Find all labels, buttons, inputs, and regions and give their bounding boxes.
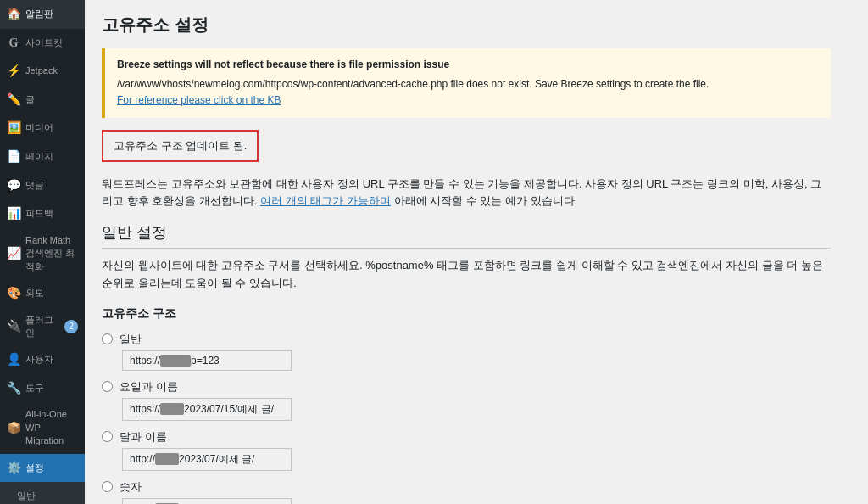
url-plain: https://p=123 [122, 350, 292, 371]
sidebar-item-settings[interactable]: ⚙️ 설정 [0, 454, 85, 483]
page-description: 워드프레스는 고유주소와 보관함에 대한 사용자 정의 URL 구조를 만들 수… [102, 176, 831, 211]
sidebar-item-users[interactable]: 👤 사용자 [0, 345, 85, 374]
appearance-icon: 🎨 [7, 285, 20, 302]
sidebar-item-pages[interactable]: 📄 페이지 [0, 143, 85, 171]
warning-title: Breeze settings will not reflect because… [117, 57, 819, 73]
sidebar-item-feedback[interactable]: 📊 피드백 [0, 199, 85, 228]
sidebar: 🏠 알림판 G 사이트킷 ⚡ Jetpack ✏️ 글 🖼️ 미디어 📄 페이지… [0, 0, 85, 504]
sidebar-item-plugins[interactable]: 🔌 플러그인 2 [0, 308, 85, 346]
sidebar-item-jetpack[interactable]: ⚡ Jetpack [0, 57, 85, 86]
permalink-structure-area: 고유주소 구조 일반 https://p=123 [102, 306, 831, 504]
radio-numeric-label[interactable]: 숫자 [120, 479, 142, 495]
sidebar-item-alrimpal[interactable]: 🏠 알림판 [0, 0, 85, 29]
sitetik-icon: G [7, 35, 20, 52]
sidebar-item-appearance[interactable]: 🎨 외모 [0, 279, 85, 308]
plugins-icon: 🔌 [7, 318, 20, 335]
general-info: 자신의 웹사이트에 대한 고유주소 구서를 선택하세요. %postname% … [102, 257, 831, 293]
sidebar-item-posts[interactable]: ✏️ 글 [0, 86, 85, 115]
jetpack-icon: ⚡ [7, 63, 20, 80]
permalink-radio-group: 일반 https://p=123 요일과 이름 https:/ [102, 332, 831, 504]
radio-item-plain: 일반 https://p=123 [102, 332, 831, 371]
radio-plain[interactable] [102, 333, 113, 344]
sidebar-item-migration[interactable]: 📦 All-in-One WP Migration [0, 402, 85, 453]
submenu-general[interactable]: 일반 [0, 485, 85, 504]
tools-icon: 🔧 [7, 380, 20, 397]
radio-month-name-label[interactable]: 달과 이름 [120, 429, 167, 445]
update-notice: 고유주소 구조 업데이트 됨. [102, 130, 259, 162]
radio-plain-label[interactable]: 일반 [120, 332, 142, 347]
radio-numeric[interactable] [102, 481, 113, 492]
rankmath-icon: 📈 [7, 245, 20, 262]
sidebar-item-sitetik[interactable]: G 사이트킷 [0, 29, 85, 58]
dashboard-icon: 🏠 [7, 6, 20, 23]
radio-item-day-name: 요일과 이름 https://2023/07/15/예제 글/ [102, 379, 831, 421]
users-icon: 👤 [7, 351, 20, 368]
warning-link[interactable]: For reference please click on the KB [117, 94, 281, 106]
settings-submenu: 일반 쓰기 읽기 토론 미디어 고유주소 개인정보 보호 Object Cach… [0, 482, 85, 504]
plugins-badge: 2 [64, 320, 78, 333]
pages-icon: 📄 [7, 148, 20, 165]
migration-icon: 📦 [7, 420, 20, 437]
radio-item-numeric: 숫자 http://장소/123 [102, 479, 831, 504]
sidebar-item-media[interactable]: 🖼️ 미디어 [0, 114, 85, 143]
posts-icon: ✏️ [7, 92, 20, 109]
page-title: 고유주소 설정 [102, 14, 831, 36]
radio-day-name-label[interactable]: 요일과 이름 [120, 379, 178, 395]
general-section-title: 일반 설정 [102, 222, 831, 249]
url-day-name: https://2023/07/15/예제 글/ [122, 398, 292, 421]
radio-day-name[interactable] [102, 381, 113, 392]
sidebar-item-comments[interactable]: 💬 댓글 [0, 171, 85, 200]
warning-body: /var/www/vhosts/newmelog.com/httpcos/wp-… [117, 76, 819, 92]
radio-item-month-name: 달과 이름 http://2023/07/예제 글/ [102, 429, 831, 471]
permalink-label: 고유주소 구조 [102, 306, 831, 322]
comments-icon: 💬 [7, 177, 20, 194]
radio-month-name[interactable] [102, 431, 113, 442]
sidebar-item-tools[interactable]: 🔧 도구 [0, 374, 85, 403]
tags-link[interactable]: 여러 개의 태그가 가능하며 [260, 194, 391, 207]
url-numeric: http://장소/123 [122, 498, 292, 504]
main-content: 고유주소 설정 Breeze settings will not reflect… [85, 0, 868, 504]
url-month-name: http://2023/07/예제 글/ [122, 448, 292, 471]
feedback-icon: 📊 [7, 205, 20, 222]
warning-box: Breeze settings will not reflect because… [102, 48, 831, 118]
settings-icon: ⚙️ [7, 460, 20, 477]
media-icon: 🖼️ [7, 120, 20, 137]
sidebar-item-rankmath[interactable]: 📈 Rank Math 검색엔진 최적화 [0, 228, 85, 279]
